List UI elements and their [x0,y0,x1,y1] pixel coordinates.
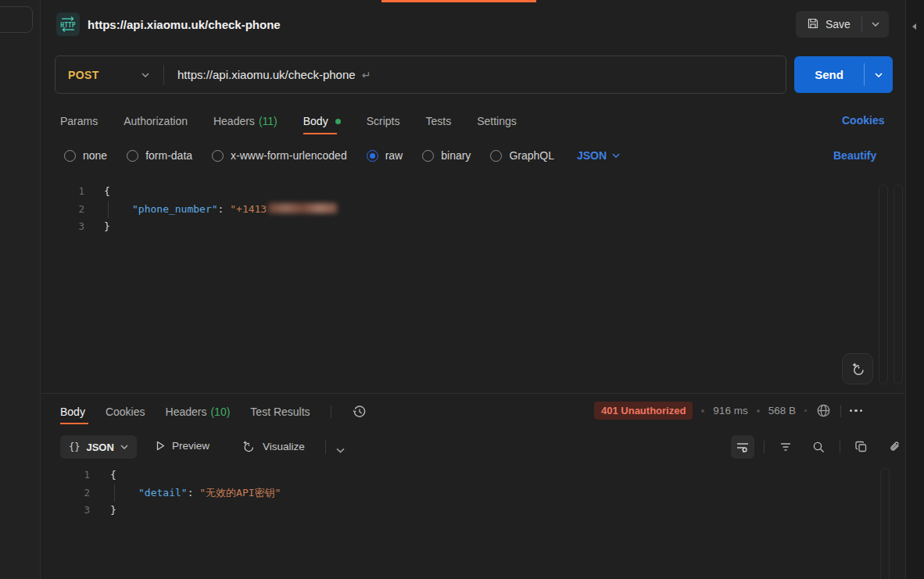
url-bar: POST https://api.xiaomu.uk/check-phone ↵ [55,55,786,94]
request-tab-bar: Params Authorization Headers(11) Body Sc… [60,108,517,134]
response-size[interactable]: 568 B [768,405,796,416]
send-button-label: Send [794,56,864,93]
separator-dot [757,409,760,413]
tab-tests[interactable]: Tests [425,108,451,134]
bodytype-option-graphql[interactable]: GraphQL [490,149,554,162]
indent-guide [108,201,109,218]
line-number: 1 [41,466,90,484]
response-tab-bar: Body Cookies Headers(10) Test Results [60,399,367,424]
chevron-down-icon [141,73,149,77]
radio-icon [422,150,434,162]
filter-button[interactable] [774,435,797,459]
chevron-left-icon[interactable] [912,23,916,30]
bodytype-option-form-data[interactable]: form-data [127,149,192,162]
separator-dot [701,409,704,413]
status-badge[interactable]: 401 Unauthorized [594,402,693,420]
response-meta: 401 Unauthorized 916 ms 568 B [594,402,862,420]
response-tab-body[interactable]: Body [60,399,85,424]
divider [325,440,326,454]
history-clock-icon [352,404,367,420]
request-body-editor[interactable]: 1{ 2"phone_number": "+1413 3} [41,183,337,236]
network-info-button[interactable] [815,402,832,419]
redacted-phone-blur [268,203,337,213]
body-type-selector: none form-data x-www-form-urlencoded raw… [64,148,620,163]
json-value: "+1413 [230,203,267,215]
code-line: } [104,218,110,236]
send-options-button[interactable] [865,56,893,93]
more-options-button[interactable] [850,409,863,413]
active-tab-indicator [381,0,536,2]
code-line: "phone_number": "+1413 [104,201,337,219]
tab-scripts[interactable]: Scripts [367,108,400,134]
radio-icon [127,150,138,162]
tab-body[interactable]: Body [303,108,341,134]
sidebar-tab-stub[interactable] [0,6,33,33]
tab-settings[interactable]: Settings [477,108,517,134]
preview-button[interactable]: Preview [156,440,210,452]
copy-button[interactable] [850,435,873,459]
scrollbar-track[interactable] [894,184,903,384]
body-content-dot [335,119,341,124]
method-select[interactable]: POST [56,69,163,81]
braces-icon: {} [69,441,80,452]
save-options-button[interactable] [862,11,889,38]
code-line: { [110,466,116,484]
response-history-button[interactable] [352,404,367,420]
divider [764,441,765,453]
save-button-label: Save [826,18,851,30]
response-tab-test-results[interactable]: Test Results [250,399,310,424]
response-headers-count: (10) [210,406,230,418]
bodytype-option-none[interactable]: none [64,149,107,162]
bodytype-option-urlencoded[interactable]: x-www-form-urlencoded [212,149,347,162]
visualize-button[interactable]: Visualize [240,438,305,454]
line-number: 2 [41,484,90,502]
divider [331,406,331,418]
bodytype-option-raw[interactable]: raw [367,149,403,162]
link-button[interactable] [883,435,906,459]
json-value: "无效的API密钥" [199,487,281,499]
search-button[interactable] [807,435,830,459]
copy-icon [854,440,868,454]
json-key: "detail" [138,487,188,499]
json-key: "phone_number" [132,203,218,215]
tab-headers[interactable]: Headers(11) [213,108,278,134]
radio-selected-icon [367,150,378,162]
response-tab-headers[interactable]: Headers(10) [166,399,231,424]
url-input[interactable]: https://api.xiaomu.uk/check-phone [177,68,356,81]
postbot-button[interactable] [842,353,873,384]
response-body-editor[interactable]: 1{ 2"detail": "无效的API密钥" 3} [41,466,281,520]
save-button[interactable]: Save [796,11,889,38]
bodytype-option-binary[interactable]: binary [422,149,471,162]
filter-icon [779,440,793,454]
line-number: 3 [41,502,90,520]
link-icon [887,440,901,454]
play-icon [156,441,165,451]
tab-params[interactable]: Params [60,108,98,134]
line-number: 1 [41,183,84,201]
chevron-down-icon [872,22,879,27]
left-sidebar [0,0,41,579]
right-panel-rail [905,0,924,579]
svg-text:HTTP: HTTP [60,22,75,29]
response-format-button[interactable]: {} JSON [60,435,137,459]
sparkle-circle-icon [240,438,256,454]
raw-format-select[interactable]: JSON [577,149,620,162]
wrap-text-button[interactable] [731,435,754,459]
code-line: "detail": "无效的API密钥" [110,484,281,502]
divider [840,405,841,417]
response-layout-button[interactable] [336,442,345,456]
line-number: 3 [41,218,84,236]
cookies-link[interactable]: Cookies [842,114,884,127]
scrollbar-track[interactable] [880,468,890,579]
tab-authorization[interactable]: Authorization [124,108,188,134]
chevron-down-icon [612,153,620,158]
send-button[interactable]: Send [794,56,893,93]
globe-icon [815,402,832,419]
beautify-link[interactable]: Beautify [833,149,876,162]
save-icon [807,17,819,32]
method-label: POST [68,69,99,81]
radio-icon [212,150,224,162]
response-tab-cookies[interactable]: Cookies [106,399,145,424]
response-time[interactable]: 916 ms [713,405,747,416]
scrollbar-track[interactable] [879,184,888,384]
